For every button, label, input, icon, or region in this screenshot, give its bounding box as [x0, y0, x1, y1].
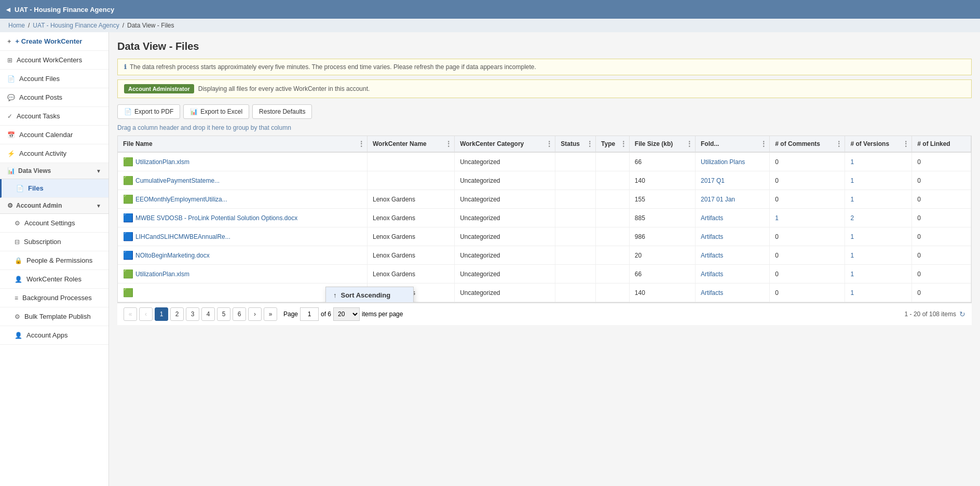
- per-page-select[interactable]: 20 50 100: [333, 307, 360, 321]
- file-size-col-menu[interactable]: ⋮: [686, 140, 693, 148]
- page-1-btn[interactable]: 1: [155, 307, 168, 321]
- file-type-icon: 🟩: [123, 194, 133, 204]
- tasks-icon: ✓: [7, 113, 12, 120]
- breadcrumb-home[interactable]: Home: [8, 22, 25, 29]
- sidebar-item-settings[interactable]: ⚙ Account Settings: [0, 214, 108, 233]
- subscription-icon: ⊟: [15, 238, 20, 246]
- sidebar: + + Create WorkCenter ⊞ Account WorkCent…: [0, 32, 109, 486]
- col-file-size[interactable]: File Size (kb) ⋮: [629, 136, 695, 152]
- sidebar-item-people[interactable]: 🔒 People & Permissions: [0, 251, 108, 270]
- folder-cell: 2017 Q1: [695, 171, 769, 190]
- next-page-btn[interactable]: ›: [248, 307, 262, 321]
- versions-cell: 1: [845, 265, 912, 284]
- of-label: of 6: [321, 310, 331, 318]
- sidebar-item-wc-roles[interactable]: 👤 WorkCenter Roles: [0, 270, 108, 289]
- refresh-icon[interactable]: ↻: [959, 310, 965, 318]
- folder-col-menu[interactable]: ⋮: [760, 140, 767, 148]
- export-excel-button[interactable]: 📊 Export to Excel: [183, 104, 249, 119]
- breadcrumb-account[interactable]: UAT - Housing Finance Agency: [33, 22, 119, 29]
- file-size-cell: 986: [629, 227, 695, 246]
- sidebar-item-dataview-files[interactable]: 📄 Files: [0, 179, 108, 198]
- status-cell: [555, 227, 596, 246]
- sidebar-item-subscription[interactable]: ⊟ Subscription: [0, 233, 108, 251]
- type-col-menu[interactable]: ⋮: [620, 140, 627, 148]
- status-cell: [555, 284, 596, 302]
- comments-col-menu[interactable]: ⋮: [835, 140, 842, 148]
- sort-ascending-item[interactable]: ↑ Sort Ascending: [326, 287, 413, 303]
- col-workcenter-name[interactable]: WorkCenter Name ⋮: [367, 136, 454, 152]
- workcenter-name-cell: Lenox Gardens: [367, 227, 454, 246]
- file-name-link[interactable]: UtilizationPlan.xlsm: [135, 158, 189, 166]
- linked-cell: 0: [912, 190, 971, 209]
- col-workcenter-category[interactable]: WorkCenter Category ⋮: [455, 136, 555, 152]
- workcenter-name-cell: [367, 152, 454, 171]
- col-type[interactable]: Type ⋮: [596, 136, 630, 152]
- workcenter-category-col-menu[interactable]: ⋮: [546, 140, 553, 148]
- page-number-input[interactable]: [300, 307, 319, 321]
- type-cell: [596, 171, 630, 190]
- page-5-btn[interactable]: 5: [217, 307, 230, 321]
- last-page-btn[interactable]: »: [264, 307, 277, 321]
- file-size-cell: 140: [629, 171, 695, 190]
- col-folder[interactable]: Fold... ⋮: [695, 136, 769, 152]
- sidebar-item-tasks[interactable]: ✓ Account Tasks: [0, 107, 108, 126]
- file-size-cell: 20: [629, 246, 695, 265]
- sidebar-item-files[interactable]: 📄 Account Files: [0, 70, 108, 88]
- sidebar-item-bg-processes[interactable]: ≡ Background Processes: [0, 289, 108, 307]
- file-size-cell: 885: [629, 209, 695, 227]
- file-type-icon: 🟦: [123, 250, 133, 260]
- workcenter-name-cell: [367, 171, 454, 190]
- file-name-cell: 🟦 LIHCandSLIHCMWBEAnnualRe...: [118, 227, 367, 246]
- page-3-btn[interactable]: 3: [186, 307, 199, 321]
- folder-cell: Artifacts: [695, 265, 769, 284]
- col-linked[interactable]: # of Linked: [912, 136, 971, 152]
- versions-cell: 2: [845, 209, 912, 227]
- file-type-icon: 🟩: [123, 157, 133, 167]
- col-comments[interactable]: # of Comments ⋮: [770, 136, 845, 152]
- restore-defaults-button[interactable]: Restore Defaults: [252, 104, 312, 119]
- account-admin-section[interactable]: ⚙ Account Admin ▼: [0, 198, 108, 214]
- file-name-link[interactable]: CumulativePaymentStateme...: [135, 177, 220, 184]
- sidebar-item-posts[interactable]: 💬 Account Posts: [0, 88, 108, 107]
- table-row: 🟩 EEOMonthlyEmploymentUtiliza... Lenox G…: [118, 190, 971, 209]
- sidebar-item-activity[interactable]: ⚡ Account Activity: [0, 144, 108, 163]
- file-type-icon: 🟩: [123, 288, 133, 298]
- col-status[interactable]: Status ⋮: [555, 136, 596, 152]
- page-2-btn[interactable]: 2: [170, 307, 184, 321]
- file-name-link[interactable]: UtilizationPlan.xlsm: [135, 271, 189, 278]
- export-pdf-button[interactable]: 📄 Export to PDF: [117, 104, 180, 119]
- workcenter-name-cell: Lenox Gardens: [367, 265, 454, 284]
- file-name-link[interactable]: LIHCandSLIHCMWBEAnnualRe...: [135, 233, 230, 240]
- workcenter-name-col-menu[interactable]: ⋮: [445, 140, 452, 148]
- file-name-link[interactable]: MWBE SVDOSB - ProLink Potential Solution…: [135, 214, 297, 222]
- sidebar-item-account-apps[interactable]: 👤 Account Apps: [0, 326, 108, 345]
- file-name-link[interactable]: EEOMonthlyEmploymentUtiliza...: [135, 196, 227, 203]
- col-file-name[interactable]: File Name ⋮: [118, 136, 367, 152]
- table-row: 🟦 LIHCandSLIHCMWBEAnnualRe... Lenox Gard…: [118, 227, 971, 246]
- status-cell: [555, 209, 596, 227]
- sidebar-item-bulk-publish[interactable]: ⚙ Bulk Template Publish: [0, 307, 108, 326]
- workcenter-category-cell: Uncategorized: [455, 190, 555, 209]
- create-workcenter-btn[interactable]: + + Create WorkCenter: [0, 32, 108, 51]
- top-bar-arrow: ◀: [6, 7, 10, 12]
- prev-page-btn[interactable]: ‹: [139, 307, 153, 321]
- col-versions[interactable]: # of Versions ⋮: [845, 136, 912, 152]
- linked-cell: 0: [912, 171, 971, 190]
- file-name-link[interactable]: NOltoBeginMarketing.docx: [135, 252, 210, 259]
- versions-col-menu[interactable]: ⋮: [902, 140, 909, 148]
- sidebar-item-calendar[interactable]: 📅 Account Calendar: [0, 126, 108, 144]
- file-name-col-menu[interactable]: ⋮: [358, 140, 365, 148]
- first-page-btn[interactable]: «: [124, 307, 137, 321]
- linked-cell: 0: [912, 209, 971, 227]
- status-col-menu[interactable]: ⋮: [586, 140, 593, 148]
- type-cell: [596, 265, 630, 284]
- workcenter-category-cell: Uncategorized: [455, 246, 555, 265]
- comments-cell: 0: [770, 246, 845, 265]
- page-4-btn[interactable]: 4: [201, 307, 215, 321]
- file-name-cell: 🟦 NOltoBeginMarketing.docx: [118, 246, 367, 265]
- page-6-btn[interactable]: 6: [233, 307, 246, 321]
- folder-cell: Utilization Plans: [695, 152, 769, 171]
- sidebar-item-workcenters[interactable]: ⊞ Account WorkCenters: [0, 51, 108, 70]
- sort-asc-icon: ↑: [333, 291, 337, 299]
- data-views-section[interactable]: 📊 Data Views ▼: [0, 163, 108, 179]
